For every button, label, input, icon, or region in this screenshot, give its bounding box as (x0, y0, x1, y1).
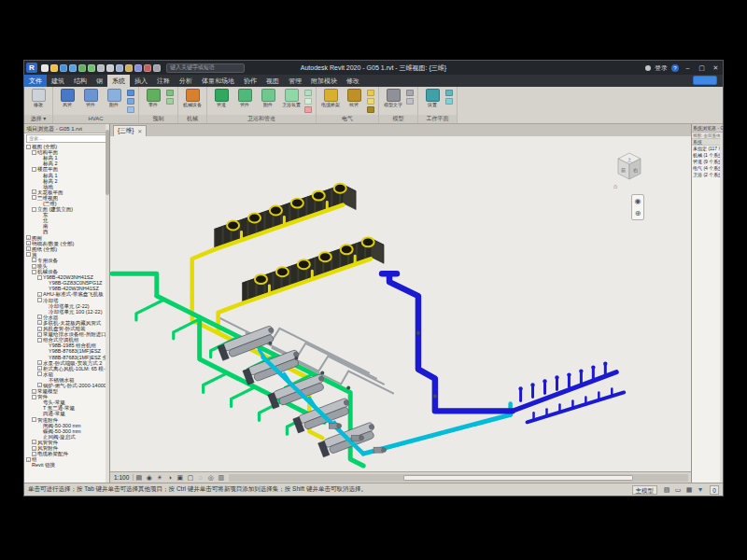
ribbon-tab-分析[interactable]: 分析 (175, 75, 197, 87)
app-menu-icon[interactable] (41, 64, 49, 72)
multi-point-routing-icon[interactable] (166, 90, 174, 96)
minimize-button[interactable]: – (683, 64, 693, 71)
ribbon-tab-体量和场地[interactable]: 体量和场地 (197, 75, 239, 87)
pipe-accessory-button[interactable]: 附件 (258, 89, 278, 108)
flex-duct-icon[interactable] (127, 90, 134, 96)
view-tab-close-icon[interactable]: ✕ (137, 128, 142, 134)
crop-region-visibility-icon[interactable]: ▢ (185, 472, 195, 483)
close-button[interactable]: ✕ (711, 64, 721, 72)
cable-tray-fitting-icon[interactable] (367, 90, 374, 96)
measure-icon[interactable] (106, 64, 114, 72)
temporary-hide-isolate-icon[interactable]: ◌ (195, 472, 205, 483)
tree-expand-icon[interactable]: - (26, 145, 31, 149)
browser-item[interactable]: +柜式离心风机-10LM: 65 根-100-171 CMH (24, 366, 109, 371)
viewcube-home-icon[interactable]: ⌂ (613, 183, 617, 189)
ribbon-tab-钢[interactable]: 钢 (92, 75, 107, 87)
sync-with-central-icon[interactable] (69, 64, 77, 72)
tree-expand-icon[interactable]: + (37, 292, 42, 297)
tree-expand-icon[interactable]: + (32, 389, 36, 394)
account-icon[interactable] (645, 65, 651, 71)
print-icon[interactable] (97, 64, 105, 72)
pipe-fitting-button[interactable]: 管件 (234, 89, 255, 108)
infocenter-search-input[interactable]: 键入关键字或短语 (166, 63, 245, 73)
system-browser-scrollbar[interactable] (720, 133, 723, 483)
duct-button[interactable]: 风管 (57, 89, 78, 108)
tree-expand-icon[interactable]: - (37, 275, 42, 280)
tree-expand-icon[interactable]: - (37, 298, 42, 302)
system-browser-title[interactable]: 系统浏览器 - G05 1.rvt (692, 124, 723, 133)
system-browser-row[interactable]: 管道 (9 个系统) (692, 159, 723, 165)
tree-expand-icon[interactable]: + (32, 446, 36, 451)
ribbon-tab-插入[interactable]: 插入 (130, 75, 152, 87)
tree-expand-icon[interactable]: - (32, 270, 36, 274)
duct-accessory-button[interactable]: 附件 (104, 89, 124, 108)
ribbon-tab-文件[interactable]: 文件 (24, 75, 47, 87)
ribbon-tab-管理[interactable]: 管理 (284, 75, 306, 87)
model-group-icon[interactable] (406, 98, 414, 105)
fabrication-part-button[interactable]: 零件 (143, 89, 163, 108)
detail-level-icon[interactable]: ▤ (134, 472, 144, 483)
model-text-button[interactable]: 模型文字 (383, 89, 403, 108)
redo-icon[interactable] (88, 64, 95, 72)
ribbon-tab-建筑[interactable]: 建筑 (47, 75, 69, 87)
viewcube[interactable]: 上 前 右 ⌂ (611, 149, 648, 190)
worksharing-display-icon[interactable]: ▧ (662, 486, 671, 494)
ribbon-tab-结构[interactable]: 结构 (69, 75, 92, 87)
tree-expand-icon[interactable]: + (37, 383, 42, 387)
tree-expand-icon[interactable]: - (37, 371, 42, 376)
steering-wheel-icon[interactable]: ◉ (635, 197, 641, 205)
tree-expand-icon[interactable]: + (32, 452, 36, 456)
duct-placeholder-icon[interactable] (127, 98, 134, 105)
set-work-plane-button[interactable]: 设置 (422, 89, 443, 108)
tree-expand-icon[interactable]: + (26, 246, 31, 251)
horizontal-scrollbar[interactable] (229, 474, 688, 482)
tree-expand-icon[interactable]: + (32, 264, 36, 269)
air-terminal-icon[interactable] (127, 106, 134, 113)
plumbing-fixture-button[interactable]: 卫浴装置 (281, 89, 302, 108)
system-browser-row[interactable]: 电气 (4 个系统) (692, 165, 723, 172)
restore-button[interactable]: ▢ (697, 64, 707, 72)
tree-expand-icon[interactable]: - (32, 417, 36, 422)
undo-icon[interactable] (78, 64, 86, 72)
system-browser-toolbar[interactable]: 视图: 全部系统 (692, 133, 723, 139)
viewcube-right-label[interactable]: 右 (633, 167, 638, 173)
pipe-button[interactable]: 管道 (211, 89, 232, 108)
ribbon-tab-修改[interactable]: 修改 (342, 75, 364, 87)
tree-expand-icon[interactable]: + (37, 327, 42, 331)
pipe-placeholder-icon[interactable] (304, 98, 312, 105)
revit-logo[interactable]: R (26, 63, 37, 73)
tree-expand-icon[interactable]: - (32, 395, 36, 399)
selection-filter-icon[interactable]: ▼ (696, 486, 705, 493)
view-scale-button[interactable]: 1:100 (110, 474, 134, 481)
editable-only-toggle-icon[interactable]: ▦ (684, 486, 694, 494)
show-work-plane-icon[interactable] (445, 90, 453, 96)
model-line-icon[interactable] (406, 90, 414, 96)
tree-expand-icon[interactable]: + (37, 360, 42, 365)
save-icon[interactable] (60, 64, 67, 72)
conduit-fitting-icon[interactable] (367, 98, 374, 105)
tree-expand-icon[interactable]: - (26, 252, 31, 257)
tag-by-category-icon[interactable] (125, 64, 133, 72)
tree-expand-icon[interactable]: + (26, 235, 31, 240)
zoom-icon[interactable]: ⊕ (635, 209, 641, 217)
system-browser-row[interactable]: 未指定 (117 项) (692, 146, 723, 152)
default-3d-view-icon[interactable] (134, 64, 142, 72)
tree-expand-icon[interactable]: + (37, 332, 42, 337)
tree-expand-icon[interactable]: + (32, 258, 36, 262)
ribbon-tab-系统[interactable]: 系统 (107, 75, 130, 87)
system-browser-column-header[interactable]: 系统 (692, 139, 723, 146)
tree-expand-icon[interactable]: - (37, 338, 42, 343)
design-options-icon[interactable]: ▭ (673, 486, 683, 494)
crop-view-icon[interactable]: ▣ (175, 472, 185, 483)
electrical-equipment-icon[interactable] (367, 106, 374, 113)
cable-tray-button[interactable]: 电缆桥架 (320, 89, 341, 108)
sun-path-icon[interactable]: ☀ (154, 472, 164, 483)
temporary-view-properties-icon[interactable]: ▥ (216, 472, 226, 483)
ribbon-tab-附加模块[interactable]: 附加模块 (306, 75, 342, 87)
sign-in-label[interactable]: 登录 (655, 63, 668, 73)
viewcube-top-label[interactable]: 上 (627, 157, 632, 162)
shadows-icon[interactable]: ◑ (164, 472, 175, 483)
fabrication-settings-icon[interactable] (166, 98, 174, 105)
ribbon-tab-注释[interactable]: 注释 (152, 75, 175, 87)
aligned-dimension-icon[interactable] (116, 64, 123, 72)
